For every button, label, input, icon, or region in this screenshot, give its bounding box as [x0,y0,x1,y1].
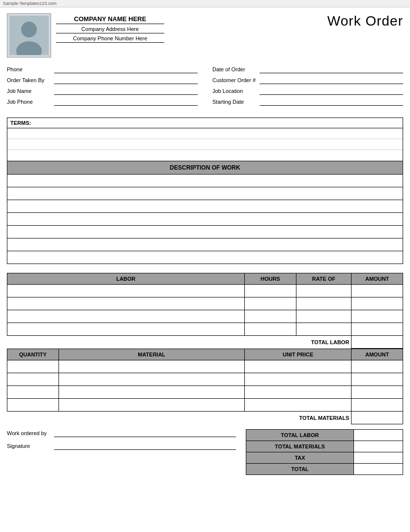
mat-desc-4[interactable] [59,399,244,412]
summary-tax-value[interactable] [354,452,403,464]
phone-input[interactable] [54,65,198,73]
job-location-input[interactable] [260,87,403,95]
labor-col-labor: LABOR [7,273,245,285]
job-name-label: Job Name [7,88,51,94]
labor-rate-1[interactable] [296,285,351,297]
form-row-order-taken: Order Taken By [7,76,198,84]
mat-qty-3[interactable] [7,386,59,399]
form-row-customer-order: Customer Order # [212,76,403,84]
mat-row-1 [7,360,403,373]
terms-row-3 [7,150,403,161]
mat-qty-2[interactable] [7,373,59,386]
labor-rate-2[interactable] [296,297,351,310]
mat-desc-2[interactable] [59,373,244,386]
labor-desc-1[interactable] [7,285,245,297]
starting-date-input[interactable] [260,98,403,106]
mat-amount-3[interactable] [351,386,403,399]
desc-row-1 [7,175,403,187]
labor-amount-2[interactable] [351,297,403,310]
mat-price-3[interactable] [244,386,351,399]
order-taken-input[interactable] [54,76,198,84]
form-row-job-phone: Job Phone [7,98,198,106]
avatar-icon [9,16,49,55]
signature-row: Signature [7,442,236,450]
mat-desc-3[interactable] [59,386,244,399]
labor-desc-4[interactable] [7,323,245,336]
company-name: COMPANY NAME HERE [56,15,164,24]
summary-total-label: TOTAL [246,464,354,475]
totals-table: TOTAL LABOR TOTAL MATERIALS TAX TOTAL [246,429,403,475]
mat-col-quantity: QUANTITY [7,349,59,360]
summary-total-value[interactable] [354,464,403,475]
form-row-job-name: Job Name [7,87,198,95]
mat-total-row: TOTAL MATERIALS [7,412,403,424]
terms-row-1 [7,128,403,139]
desc-row-2 [7,187,403,200]
work-ordered-label: Work ordered by [7,430,51,436]
desc-header: DESCRIPTION OF WORK [7,161,403,175]
mat-row-4 [7,399,403,412]
form-row-job-location: Job Location [212,87,403,95]
page-title: Work Order [327,13,403,29]
labor-hours-3[interactable] [245,310,296,323]
job-phone-label: Job Phone [7,99,51,105]
summary-total-materials-label: TOTAL MATERIALS [246,441,354,452]
mat-row-2 [7,373,403,386]
company-logo [7,13,51,58]
date-label: Date of Order [212,66,257,72]
terms-header: TERMS: [7,118,403,128]
customer-order-input[interactable] [260,76,403,84]
terms-section: TERMS: [7,118,403,161]
job-location-label: Job Location [212,88,257,94]
total-materials-value[interactable] [351,412,403,424]
mat-amount-4[interactable] [351,399,403,412]
summary-total-labor-label: TOTAL LABOR [246,430,354,441]
job-phone-input[interactable] [54,98,198,106]
materials-table: QUANTITY MATERIAL UNIT PRICE AMOUNT [7,349,403,424]
form-row-phone: Phone [7,65,198,73]
date-input[interactable] [260,65,403,73]
summary-row-total-labor: TOTAL LABOR [246,430,403,441]
labor-amount-3[interactable] [351,310,403,323]
labor-row-2 [7,297,403,310]
phone-label: Phone [7,66,51,72]
labor-desc-3[interactable] [7,310,245,323]
job-name-input[interactable] [54,87,198,95]
labor-amount-1[interactable] [351,285,403,297]
signature-input[interactable] [54,442,236,450]
mat-desc-1[interactable] [59,360,244,373]
work-ordered-input[interactable] [54,429,236,437]
mat-price-1[interactable] [244,360,351,373]
watermark: Sample-Templates123.com [0,0,410,7]
company-info: COMPANY NAME HERE Company Address Here C… [56,13,164,45]
desc-row-4 [7,213,403,226]
mat-amount-2[interactable] [351,373,403,386]
total-labor-value[interactable] [351,336,403,349]
labor-total-row: TOTAL LABOR [7,336,403,349]
labor-hours-4[interactable] [245,323,296,336]
labor-desc-2[interactable] [7,297,245,310]
summary-total-materials-value[interactable] [354,441,403,452]
mat-amount-1[interactable] [351,360,403,373]
total-labor-label: TOTAL LABOR [7,336,351,349]
labor-hours-1[interactable] [245,285,296,297]
mat-qty-4[interactable] [7,399,59,412]
labor-hours-2[interactable] [245,297,296,310]
mat-price-2[interactable] [244,373,351,386]
form-right: Date of Order Customer Order # Job Locat… [212,65,403,109]
signature-section: Work ordered by Signature [7,429,246,455]
mat-price-4[interactable] [244,399,351,412]
labor-rate-4[interactable] [296,323,351,336]
starting-date-label: Starting Date [212,99,257,105]
header-left: COMPANY NAME HERE Company Address Here C… [7,13,164,58]
summary-total-labor-value[interactable] [354,430,403,441]
labor-rate-3[interactable] [296,310,351,323]
desc-row-6 [7,238,403,251]
order-taken-label: Order Taken By [7,77,51,83]
labor-amount-4[interactable] [351,323,403,336]
mat-qty-1[interactable] [7,360,59,373]
signature-label: Signature [7,443,51,449]
header: COMPANY NAME HERE Company Address Here C… [7,13,403,58]
desc-row-5 [7,226,403,238]
labor-col-amount: AMOUNT [351,273,403,285]
